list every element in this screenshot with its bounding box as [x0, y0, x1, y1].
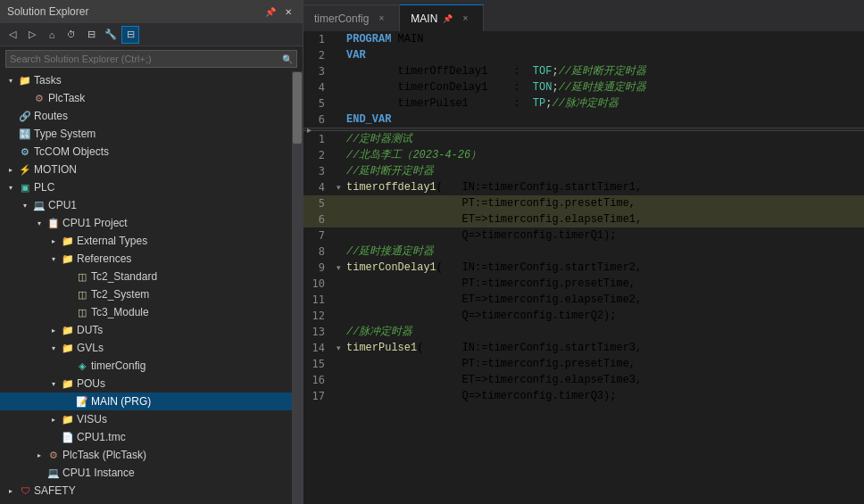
fold-indicator — [330, 95, 346, 112]
tree-item-cpu1-instance[interactable]: 💻CPU1 Instance — [0, 464, 292, 482]
fold-indicator — [330, 308, 346, 324]
tree-item-tc2-standard[interactable]: ◫Tc2_Standard — [0, 268, 292, 285]
editor-area: timerConfig×MAIN📌× 1PROGRAM MAIN2VAR3 ti… — [303, 0, 864, 504]
icon-plctask: ⚙ — [32, 91, 46, 105]
code-line-4: 4 timerConDelay1 : TON;//延时接通定时器 — [303, 79, 864, 95]
tree-item-main-prg[interactable]: 📝MAIN (PRG) — [0, 392, 292, 410]
tree-scrollbar-thumb[interactable] — [293, 72, 302, 144]
tree-arrow-duts[interactable] — [46, 323, 61, 337]
tree-arrow-external-types[interactable] — [46, 234, 61, 248]
line-number: 15 — [303, 356, 330, 372]
tree-item-safety[interactable]: 🛡SAFETY — [0, 482, 292, 500]
code-text: VAR — [346, 47, 366, 63]
tree-arrow-plc[interactable] — [4, 180, 18, 194]
fold-indicator — [330, 79, 346, 95]
tab-pin-main-tab[interactable]: 📌 — [443, 14, 453, 23]
label-routes: Routes — [34, 110, 288, 122]
panel-header: Solution Explorer 📌 ✕ — [0, 0, 303, 23]
code-line-6: 6 ET=>timerconfig.elapseTime1, — [303, 211, 864, 227]
tree-item-cpu1[interactable]: 💻CPU1 — [0, 196, 292, 214]
tree-item-cpp[interactable]: ◆C++ — [0, 500, 292, 504]
code-text: timerConDelay1 : TON;//延时接通定时器 — [346, 79, 646, 95]
code-line-8: 8//延时接通定时器 — [303, 244, 864, 260]
tree-item-tc2-system[interactable]: ◫Tc2_System — [0, 285, 292, 303]
tree-arrow-motion[interactable] — [4, 162, 18, 177]
fold-indicator[interactable]: ▾ — [330, 179, 346, 195]
tree-item-cpu1-tmc[interactable]: 📄CPU1.tmc — [0, 428, 292, 446]
line-number: 11 — [303, 292, 330, 308]
active-button[interactable]: ⊟ — [121, 26, 139, 44]
close-panel-icon[interactable]: ✕ — [281, 4, 295, 19]
tree-item-plc[interactable]: ▣PLC — [0, 178, 292, 196]
solution-explorer-toolbar: ◁ ▷ ⌂ ⏱ ⊟ 🔧 ⊟ — [0, 23, 303, 46]
home-button[interactable]: ⌂ — [43, 26, 61, 44]
label-plctask-ref: PlcTask (PlcTask) — [62, 449, 288, 461]
code-text: //定时器测试 — [346, 131, 412, 147]
icon-type-system: 🔣 — [18, 127, 32, 141]
code-line-15: 15 PT:=timerconfig.presetTime, — [303, 356, 864, 372]
tree-item-duts[interactable]: 📁DUTs — [0, 321, 292, 339]
timer-button[interactable]: ⏱ — [62, 26, 80, 44]
line-number: 6 — [303, 211, 330, 227]
settings-button[interactable]: 🔧 — [102, 26, 120, 44]
tree-item-cpu1-project[interactable]: 📋CPU1 Project — [0, 214, 292, 232]
tab-main-tab[interactable]: MAIN📌× — [400, 4, 484, 31]
tree-arrow-visus[interactable] — [46, 412, 61, 426]
search-input[interactable] — [10, 54, 282, 64]
tree-item-gvls[interactable]: 📁GVLs — [0, 339, 292, 357]
tree-item-references[interactable]: 📁References — [0, 250, 292, 268]
icon-cpu1-instance: 💻 — [46, 466, 61, 480]
tree-item-external-types[interactable]: 📁External Types — [0, 232, 292, 250]
tree-arrow-cpu1-project[interactable] — [32, 216, 46, 230]
tab-close-timerconfig-tab[interactable]: × — [374, 12, 388, 26]
code-text: Q=>timerconfig.timerQ1); — [346, 227, 616, 244]
code-text: timerConDelay1( IN:=timerConfig.startTim… — [346, 260, 642, 276]
tree-item-motion[interactable]: ⚡MOTION — [0, 161, 292, 178]
back-button[interactable]: ◁ — [4, 26, 21, 44]
icon-motion: ⚡ — [18, 162, 32, 177]
tree-item-routes[interactable]: 🔗Routes — [0, 107, 292, 125]
collapse-button[interactable]: ⊟ — [82, 26, 100, 44]
label-cpu1: CPU1 — [48, 199, 288, 211]
icon-tasks: 📁 — [18, 73, 32, 87]
tree-arrow-cpu1[interactable] — [18, 198, 32, 212]
code-view[interactable]: 1PROGRAM MAIN2VAR3 timerOffDelay1 : TOF;… — [303, 31, 864, 504]
tab-timerconfig-tab[interactable]: timerConfig× — [303, 4, 400, 31]
label-duts: DUTs — [77, 324, 288, 336]
pin-icon[interactable]: 📌 — [263, 4, 278, 19]
tree-arrow-plctask-ref[interactable] — [32, 448, 46, 462]
tree-item-pous[interactable]: 📁POUs — [0, 375, 292, 392]
tree-item-plctask[interactable]: ⚙PlcTask — [0, 89, 292, 107]
fold-indicator[interactable]: ▾ — [330, 260, 346, 276]
tree-arrow-references[interactable] — [46, 252, 61, 266]
code-line-3: 3 timerOffDelay1 : TOF;//延时断开定时器 — [303, 63, 864, 79]
tree-item-plctask-ref[interactable]: ⚙PlcTask (PlcTask) — [0, 446, 292, 464]
forward-button[interactable]: ▷ — [23, 26, 41, 44]
tree-arrow-safety[interactable] — [4, 483, 18, 498]
search-box[interactable]: 🔍 — [5, 50, 297, 68]
line-number: 2 — [303, 147, 330, 163]
tree-item-tccom[interactable]: ⚙TcCOM Objects — [0, 143, 292, 161]
fold-indicator[interactable]: ▾ — [330, 340, 346, 356]
tree-arrow-tasks[interactable] — [4, 73, 18, 87]
tree-item-timerconfig[interactable]: ◈timerConfig — [0, 357, 292, 375]
tree-item-tasks[interactable]: 📁Tasks — [0, 71, 292, 89]
tree-item-type-system[interactable]: 🔣Type System — [0, 125, 292, 143]
tree-scrollbar[interactable] — [292, 71, 303, 504]
tree-item-tc3-module[interactable]: ◫Tc3_Module — [0, 303, 292, 321]
label-external-types: External Types — [77, 235, 288, 247]
line-number: 10 — [303, 276, 330, 292]
tree-item-visus[interactable]: 📁VISUs — [0, 410, 292, 428]
code-line-4: 4▾timeroffdelay1( IN:=timerConfig.startT… — [303, 179, 864, 195]
tree-arrow-pous[interactable] — [46, 376, 61, 391]
icon-tc2-standard: ◫ — [75, 269, 89, 284]
code-line-9: 9▾timerConDelay1( IN:=timerConfig.startT… — [303, 260, 864, 276]
icon-tccom: ⚙ — [18, 145, 32, 159]
label-tccom: TcCOM Objects — [34, 145, 288, 158]
code-text: PT:=timerconfig.presetTime, — [346, 356, 636, 372]
code-text: timerPulse1( IN:=timerConfig.startTimer3… — [346, 340, 642, 356]
tree-arrow-gvls[interactable] — [46, 341, 61, 355]
icon-plc: ▣ — [18, 180, 32, 194]
fold-indicator — [330, 163, 346, 179]
tab-close-main-tab[interactable]: × — [458, 12, 472, 26]
